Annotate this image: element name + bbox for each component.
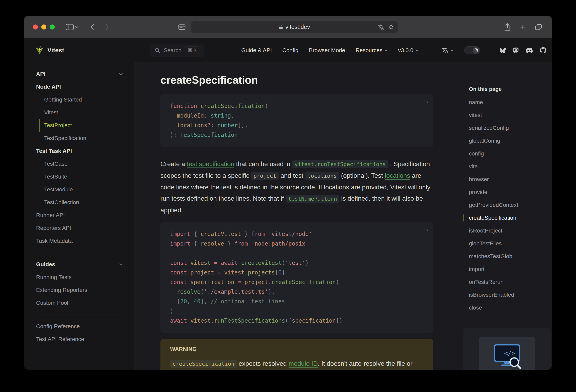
mastodon-link[interactable] (513, 47, 519, 53)
sidebar-item-custom-pool[interactable]: Custom Pool (36, 297, 123, 309)
text-segment: await (170, 317, 187, 324)
sidebar-item-vitest[interactable]: Vitest (39, 106, 123, 119)
tab-overview-button[interactable] (535, 24, 542, 30)
reload-button[interactable] (388, 24, 394, 30)
sidebar-section-label: Guides (36, 261, 55, 268)
nav-divider (430, 46, 431, 55)
text-segment: . (244, 269, 248, 276)
toc-item-createspecification[interactable]: createSpecification (469, 211, 552, 224)
code-line: ): TestSpecification (170, 130, 424, 140)
toc-item-globtestfiles[interactable]: globTestFiles (469, 237, 552, 250)
text-segment: 'test' (285, 260, 305, 266)
text-segment: // optional test lines (211, 298, 285, 305)
toc-item-isbrowserenabled[interactable]: isBrowserEnabled (469, 288, 552, 301)
toc-item-matchestestglob[interactable]: matchesTestGlob (469, 250, 552, 263)
translate-page-button[interactable] (378, 24, 384, 30)
logo[interactable]: Vitest (24, 38, 134, 62)
sidebar-item-testspecification[interactable]: TestSpecification (39, 132, 123, 145)
share-icon (504, 23, 511, 31)
sidebar-item-testsuite[interactable]: TestSuite (39, 170, 123, 183)
github-link[interactable] (540, 47, 546, 54)
nav-link-config[interactable]: Config (282, 47, 298, 54)
close-button[interactable] (33, 25, 38, 30)
sidebar-item-testcollection[interactable]: TestCollection (39, 196, 123, 209)
toc-item-import[interactable]: import (469, 263, 552, 276)
text-segment: { (190, 231, 201, 237)
sidebar-toggle-chevron[interactable] (75, 26, 79, 28)
sidebar-item-getting-started[interactable]: Getting Started (39, 93, 123, 106)
text-segment: import (170, 240, 190, 247)
text-segment: resolve (177, 288, 201, 295)
toc-item-serializedconfig[interactable]: serializedConfig (469, 121, 552, 134)
code-block-example: ts import { createVitest } from 'vitest/… (160, 222, 433, 333)
toc-item-provide[interactable]: provide (469, 186, 552, 199)
chevron-down-icon (119, 263, 123, 266)
forward-button[interactable] (105, 24, 109, 31)
toc-item-config[interactable]: config (469, 147, 552, 160)
sidebar-item-test-task-api[interactable]: Test Task API (36, 145, 123, 157)
minimize-button[interactable] (41, 25, 46, 30)
sidebar-item-testmodule[interactable]: TestModule (39, 183, 123, 196)
text-segment: 40 (194, 298, 201, 305)
toc-item-vitest[interactable]: vitest (469, 109, 552, 121)
text-segment (217, 260, 221, 266)
theme-toggle[interactable] (464, 46, 480, 54)
nav-link-guide-api[interactable]: Guide & API (241, 47, 272, 54)
sidebar-item-testcase[interactable]: TestCase (39, 157, 123, 170)
text-segment: [ (288, 317, 292, 324)
toc-item-ontestsrerun[interactable]: onTestsRerun (469, 276, 552, 288)
sidebar-item-task-metadata[interactable]: Task Metadata (36, 235, 123, 247)
text-segment: [ (275, 269, 278, 276)
sidebar-item-test-api-reference[interactable]: Test API Reference (36, 333, 123, 346)
discord-link[interactable] (526, 48, 533, 53)
text-segment: createVitest (201, 231, 241, 237)
inline-link[interactable]: module ID (288, 360, 318, 367)
share-button[interactable] (504, 23, 511, 31)
search-button[interactable]: Search ⌘ K (150, 44, 204, 57)
warning-body: createSpecification expects resolved mod… (170, 358, 424, 370)
toc-item-name[interactable]: name (469, 96, 552, 109)
text-segment: './example.test.ts' (204, 288, 268, 295)
code-line: const specification = project.createSpec… (170, 277, 424, 287)
toc-item-getprovidedcontext[interactable]: getProvidedContext (469, 199, 552, 211)
sidebar-item-testproject[interactable]: TestProject (39, 119, 123, 132)
site-nav: Search ⌘ K Guide & API Config Browser Mo… (134, 38, 552, 62)
nav-menu-resources[interactable]: Resources (356, 47, 388, 54)
page-settings-icon (178, 24, 186, 30)
sidebar-item-running-tests[interactable]: Running Tests (36, 271, 123, 284)
sidebar-section-label: API (36, 71, 46, 77)
doc-article: createSpecification ts function createSp… (160, 62, 433, 370)
sidebar-section-api[interactable]: API (36, 68, 123, 80)
bluesky-link[interactable] (500, 48, 506, 53)
sidebar-item-reporters-api[interactable]: Reporters API (36, 222, 123, 235)
toc-item-close[interactable]: close (469, 301, 552, 314)
text-segment: projects (248, 269, 275, 276)
sidebar-section-guides[interactable]: Guides (36, 258, 123, 271)
sidebar-item-runner-api[interactable]: Runner API (36, 209, 123, 222)
page-settings-button[interactable] (178, 24, 186, 30)
doc-paragraph: Create a test specification that can be … (160, 158, 433, 216)
toc-item-vite[interactable]: vite (469, 160, 552, 173)
address-bar[interactable]: vitest.dev (191, 21, 398, 33)
sidebar-panel-icon (66, 24, 74, 30)
ad-box[interactable]: </> (463, 328, 551, 370)
tab-overview-icon (535, 24, 542, 30)
back-button[interactable] (90, 24, 94, 31)
sidebar-item-node-api[interactable]: Node API (36, 80, 123, 93)
nav-menu-version[interactable]: v3.0.0 (398, 47, 419, 54)
toc-item-isrootproject[interactable]: isRootProject (469, 224, 552, 237)
nav-link-browser-mode[interactable]: Browser Mode (309, 47, 345, 54)
code-line: const vitest = await createVitest('test'… (170, 258, 424, 268)
toc-item-globalconfig[interactable]: globalConfig (469, 134, 552, 147)
language-menu-button[interactable] (442, 47, 454, 54)
sidebar-toggle-button[interactable] (66, 24, 74, 30)
sidebar-item-extending-reporters[interactable]: Extending Reporters (36, 284, 123, 297)
inline-link[interactable]: test specification (187, 160, 234, 168)
text-segment: project (251, 172, 279, 180)
new-tab-button[interactable] (520, 24, 526, 30)
toc-item-browser[interactable]: browser (469, 173, 552, 186)
zoom-button[interactable] (50, 25, 55, 30)
inline-link[interactable]: locations (385, 172, 410, 179)
text-segment: : (211, 122, 217, 129)
sidebar-item-config-reference[interactable]: Config Reference (36, 320, 123, 333)
